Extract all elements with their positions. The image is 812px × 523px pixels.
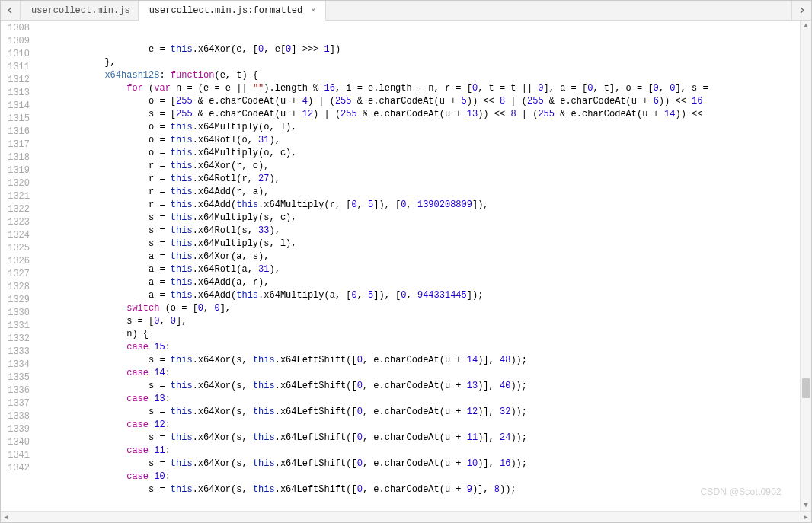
code-line[interactable]: s = this.x64Rotl(s, 33), bbox=[39, 225, 800, 238]
code-line[interactable]: s = this.x64Xor(s, this.x64LeftShift([0,… bbox=[39, 354, 800, 367]
line-number: 1332 bbox=[1, 333, 30, 346]
tab[interactable]: usercollect.min.js:formatted× bbox=[139, 1, 327, 21]
line-number: 1321 bbox=[1, 190, 30, 203]
code-line[interactable]: case 15: bbox=[39, 341, 800, 354]
line-number: 1323 bbox=[1, 216, 30, 229]
line-number: 1318 bbox=[1, 151, 30, 164]
line-number: 1341 bbox=[1, 449, 30, 462]
vertical-scrollbar[interactable]: ▲ ▼ bbox=[800, 21, 811, 511]
code-line[interactable]: s = [255 & e.charCodeAt(u + 12) | (255 &… bbox=[39, 108, 800, 121]
code-line[interactable]: switch (o = [0, 0], bbox=[39, 302, 800, 315]
code-line[interactable]: r = this.x64Rotl(r, 27), bbox=[39, 173, 800, 186]
line-number: 1308 bbox=[1, 22, 30, 35]
line-number: 1327 bbox=[1, 268, 30, 281]
code-line[interactable]: o = this.x64Multiply(o, c), bbox=[39, 147, 800, 160]
line-number: 1335 bbox=[1, 372, 30, 384]
line-number: 1319 bbox=[1, 164, 30, 177]
scroll-left-arrow[interactable]: ◀ bbox=[1, 512, 11, 522]
line-number: 1311 bbox=[1, 61, 30, 74]
line-number: 1313 bbox=[1, 87, 30, 100]
line-number: 1339 bbox=[1, 423, 30, 436]
line-number: 1316 bbox=[1, 126, 30, 139]
close-icon[interactable]: × bbox=[308, 6, 318, 15]
code-line[interactable]: case 13: bbox=[39, 393, 800, 406]
code-line[interactable]: }, bbox=[39, 56, 800, 69]
line-number: 1310 bbox=[1, 48, 30, 61]
line-number: 1309 bbox=[1, 35, 30, 48]
code-line[interactable]: o = this.x64Multiply(o, l), bbox=[39, 121, 800, 134]
triangle-left-icon bbox=[7, 7, 14, 14]
tab-scroll-left[interactable] bbox=[1, 1, 21, 20]
line-number: 1337 bbox=[1, 397, 30, 410]
code-line[interactable]: a = this.x64Rotl(a, 31), bbox=[39, 263, 800, 276]
code-line[interactable]: s = this.x64Xor(s, this.x64LeftShift([0,… bbox=[39, 458, 800, 470]
code-line[interactable]: s = [0, 0], bbox=[39, 315, 800, 328]
code-editor[interactable]: 1308130913101311131213131314131513161317… bbox=[1, 21, 811, 511]
scroll-down-arrow[interactable]: ▼ bbox=[801, 500, 811, 511]
line-number: 1320 bbox=[1, 177, 30, 190]
scroll-up-arrow[interactable]: ▲ bbox=[801, 21, 811, 31]
code-line[interactable]: o = this.x64Rotl(o, 31), bbox=[39, 134, 800, 147]
code-area[interactable]: e = this.x64Xor(e, [0, e[0] >>> 1]) }, x… bbox=[36, 21, 800, 511]
code-line[interactable]: s = this.x64Xor(s, this.x64LeftShift([0,… bbox=[39, 406, 800, 419]
line-number: 1314 bbox=[1, 100, 30, 113]
line-number: 1328 bbox=[1, 281, 30, 294]
tab-bar: usercollect.min.jsusercollect.min.js:for… bbox=[1, 1, 811, 21]
code-line[interactable]: for (var n = (e = e || "").length % 16, … bbox=[39, 82, 800, 95]
code-line[interactable]: case 11: bbox=[39, 445, 800, 458]
code-line[interactable]: n) { bbox=[39, 328, 800, 341]
code-line[interactable]: a = this.x64Xor(a, s), bbox=[39, 250, 800, 263]
tab-label: usercollect.min.js bbox=[31, 5, 130, 16]
line-number: 1322 bbox=[1, 203, 30, 216]
code-line[interactable]: s = this.x64Xor(s, this.x64LeftShift([0,… bbox=[39, 432, 800, 445]
tab-scroll-right[interactable] bbox=[791, 1, 811, 20]
line-number: 1317 bbox=[1, 139, 30, 151]
line-number: 1338 bbox=[1, 410, 30, 423]
code-line[interactable]: s = this.x64Xor(s, this.x64LeftShift([0,… bbox=[39, 380, 800, 393]
scroll-right-arrow[interactable]: ▶ bbox=[801, 512, 811, 522]
code-line[interactable]: x64hash128: function(e, t) { bbox=[39, 69, 800, 82]
line-number: 1342 bbox=[1, 462, 30, 475]
code-line[interactable]: case 14: bbox=[39, 367, 800, 380]
line-number-gutter: 1308130913101311131213131314131513161317… bbox=[1, 21, 36, 511]
code-line[interactable]: s = this.x64Multiply(s, l), bbox=[39, 238, 800, 250]
code-line[interactable]: r = this.x64Add(this.x64Multiply(r, [0, … bbox=[39, 199, 800, 212]
code-line[interactable]: case 12: bbox=[39, 419, 800, 432]
line-number: 1325 bbox=[1, 242, 30, 255]
line-number: 1336 bbox=[1, 384, 30, 397]
code-line[interactable]: o = [255 & e.charCodeAt(u + 4) | (255 & … bbox=[39, 95, 800, 108]
code-line[interactable]: s = this.x64Multiply(s, c), bbox=[39, 212, 800, 225]
triangle-right-icon bbox=[798, 7, 805, 14]
code-line[interactable]: case 10: bbox=[39, 470, 800, 483]
code-line[interactable]: r = this.x64Add(r, a), bbox=[39, 186, 800, 199]
line-number: 1333 bbox=[1, 346, 30, 359]
line-number: 1334 bbox=[1, 359, 30, 372]
line-number: 1324 bbox=[1, 229, 30, 242]
line-number: 1340 bbox=[1, 436, 30, 449]
tab[interactable]: usercollect.min.js bbox=[21, 1, 139, 20]
vertical-scrollbar-thumb[interactable] bbox=[802, 378, 810, 398]
line-number: 1312 bbox=[1, 74, 30, 87]
code-line[interactable]: s = this.x64Xor(s, this.x64LeftShift([0,… bbox=[39, 483, 800, 496]
horizontal-scrollbar[interactable]: ◀ ▶ bbox=[1, 511, 811, 522]
line-number: 1326 bbox=[1, 255, 30, 268]
line-number: 1330 bbox=[1, 307, 30, 320]
line-number: 1331 bbox=[1, 320, 30, 333]
editor-frame: usercollect.min.jsusercollect.min.js:for… bbox=[0, 0, 812, 523]
line-number: 1315 bbox=[1, 113, 30, 126]
code-line[interactable]: e = this.x64Xor(e, [0, e[0] >>> 1]) bbox=[39, 43, 800, 56]
line-number: 1329 bbox=[1, 294, 30, 307]
tab-label: usercollect.min.js:formatted bbox=[149, 5, 303, 16]
code-line[interactable]: r = this.x64Xor(r, o), bbox=[39, 160, 800, 173]
code-line[interactable]: a = this.x64Add(this.x64Multiply(a, [0, … bbox=[39, 289, 800, 302]
code-line[interactable]: a = this.x64Add(a, r), bbox=[39, 276, 800, 289]
